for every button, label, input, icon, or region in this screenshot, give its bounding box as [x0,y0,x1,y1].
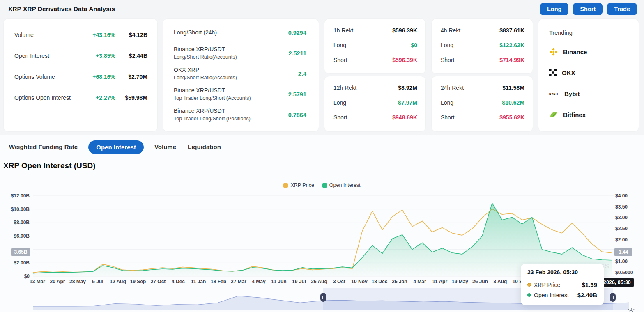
chart-tabs: Weighted Funding Rate Open Interest Volu… [8,140,222,155]
page-title: XRP XRP Derivatives Data Analysis [8,5,115,13]
rekt-short-row: Short$955.62K [441,113,524,122]
bybit-icon: BYBIT [549,92,559,95]
ratio-value: 2.5211 [288,50,306,57]
trending-item-okx[interactable]: OKX [549,68,630,78]
trending-item-bybit[interactable]: BYBIT Bybit [549,89,630,99]
rekt-short-value: $948.69K [392,114,417,121]
rekt-period-label: 12h Rekt [334,85,398,91]
xrp-price-marker-icon [527,283,531,287]
rekt-short-label: Short [334,57,392,63]
stat-value: $2.44B [115,53,147,59]
stat-row-volume: Volume +43.16% $4.12B [14,30,147,40]
rekt-period-label: 24h Rekt [441,85,502,91]
rekt-long-row: Long$7.97M [334,98,417,107]
rekt-long-label: Long [441,42,499,48]
rekt-card-12h: 12h Rekt$8.92M Long$7.97M Short$948.69K [324,76,426,132]
rekt-short-row: Short$714.99K [441,55,524,64]
ratio-row: Long/Short (24h) 0.9294 [174,29,306,37]
rekt-short-value: $596.39K [392,57,417,63]
rekt-card-24h: 24h Rekt$11.58M Long$10.62M Short$955.62… [431,76,533,132]
ratio-label: OKX XRP [174,66,298,74]
rekt-long-label: Long [334,42,411,48]
rekt-short-label: Short [441,114,499,121]
rekt-short-value: $955.62K [499,114,524,121]
tooltip-row-open-interest: Open Interest $2.40B [527,290,597,300]
ratio-row: Binance XRP/USDT Top Trader Long/Short (… [174,87,306,102]
tooltip-label: XRP Price [534,282,560,288]
trending-item-bitfinex[interactable]: Bitfinex [549,110,630,119]
rekt-long-row: Long$0 [334,41,417,50]
stat-label: Options Open Interest [14,94,76,101]
ratio-sublabel: Top Trader Long/Short (Accounts) [174,94,288,102]
rekt-long-label: Long [441,99,502,106]
stat-value: $2.70M [115,73,147,80]
rekt-card-4h: 4h Rekt$837.61K Long$122.62K Short$714.9… [431,18,533,74]
trade-button[interactable]: Trade [607,3,637,15]
rekt-long-value: $0 [411,42,417,48]
ratio-row: OKX XRP Long/Short Ratio(Accounts) 2.4 [174,66,306,81]
tooltip-label: Open Interest [534,292,569,298]
rekt-long-row: Long$10.62M [441,98,524,107]
ratio-label: Binance XRP/USDT [174,87,288,94]
rekt-short-label: Short [441,57,499,63]
tab-liquidation[interactable]: Liquidation [187,140,222,154]
exchange-name: Bitfinex [563,111,586,118]
tab-open-interest[interactable]: Open Interest [88,140,144,154]
ratio-value: 2.5791 [288,91,306,98]
tab-weighted-funding-rate[interactable]: Weighted Funding Rate [8,140,78,154]
left-axis-crosshair-badge: 3.65B [12,248,30,256]
stat-row-open-interest: Open Interest +3.85% $2.44B [14,50,147,61]
stat-value: $59.98M [115,94,147,101]
navigator-right-handle[interactable] [610,293,616,302]
rekt-total-value: $596.39K [392,27,417,34]
rekt-short-row: Short$596.39K [334,55,417,64]
exchange-name: OKX [562,69,575,76]
ratio-row: Binance XRP/USDT Long/Short Ratio(Accoun… [174,46,306,61]
stat-change: +3.85% [76,53,115,59]
market-stats-card: Volume +43.16% $4.12B Open Interest +3.8… [3,18,158,132]
rekt-total-value: $837.61K [499,27,524,34]
rekt-long-value: $122.62K [499,42,524,48]
rekt-card-1h: 1h Rekt$596.39K Long$0 Short$596.39K [324,18,426,74]
binance-icon [549,48,558,56]
tooltip-row-price: XRP Price $1.39 [527,280,597,290]
trending-item-binance[interactable]: Binance [549,47,630,57]
long-short-ratios-card: Long/Short (24h) 0.9294 Binance XRP/USDT… [163,18,319,132]
ratio-value: 0.7864 [288,112,306,118]
settings-gear-icon[interactable] [627,307,636,312]
ratio-value: 0.9294 [288,30,306,36]
stat-label: Open Interest [14,53,76,59]
stat-change: +68.16% [76,73,115,80]
navigator-left-handle[interactable] [320,293,326,302]
rekt-long-label: Long [334,99,398,106]
exchange-name: Binance [563,48,587,55]
ratio-label: Long/Short (24h) [174,29,288,37]
ratio-label: Binance XRP/USDT [174,107,288,115]
rekt-long-value: $7.97M [398,99,417,106]
stat-row-options-volume: Options Volume +68.16% $2.70M [14,71,147,82]
long-button[interactable]: Long [540,3,568,15]
rekt-total-row: 4h Rekt$837.61K [441,26,524,35]
ratio-sublabel: Top Trader Long/Short (Positions) [174,115,288,122]
trending-card: Trending Binance OKX BYBIT Bybit [538,18,639,132]
short-button[interactable]: Short [573,3,603,15]
stat-value: $4.12B [115,32,147,38]
rekt-total-value: $8.92M [398,85,417,91]
stat-row-options-open-interest: Options Open Interest +2.27% $59.98M [14,92,147,103]
stat-change: +2.27% [76,94,115,101]
rekt-long-value: $10.62M [502,99,524,106]
rekt-period-label: 4h Rekt [441,27,499,34]
rekt-total-row: 1h Rekt$596.39K [334,26,417,35]
rekt-short-label: Short [334,114,392,121]
rekt-long-row: Long$122.62K [441,41,524,50]
rekt-short-row: Short$948.69K [334,113,417,122]
trending-title: Trending [549,30,630,36]
chart-tooltip: 23 Feb 2026, 05:30 XRP Price $1.39 Open … [521,264,604,305]
rekt-total-value: $11.58M [502,85,524,91]
stat-label: Options Volume [14,73,76,80]
ratio-sublabel: Long/Short Ratio(Accounts) [174,53,288,61]
tooltip-value: $2.40B [577,291,597,298]
tab-volume[interactable]: Volume [154,140,177,154]
ratio-sublabel: Long/Short Ratio(Accounts) [174,74,298,81]
tooltip-value: $1.39 [582,281,597,288]
